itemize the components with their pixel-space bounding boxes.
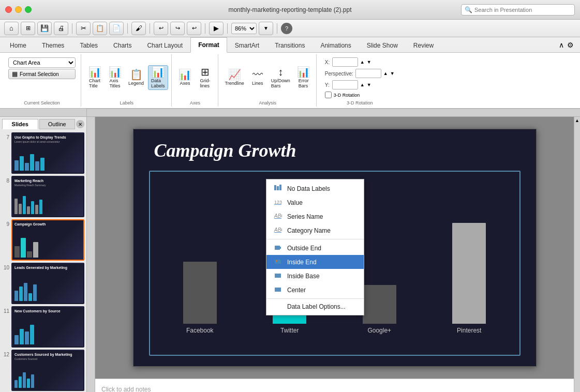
no-data-labels-icon [273, 184, 283, 193]
menu-item-outside-end-label: Outside End [287, 245, 321, 252]
cut-btn[interactable]: ✂ [76, 22, 91, 35]
search-input[interactable] [474, 7, 571, 13]
slide-thumb-12[interactable]: 12 Customers Sourced by Marketing Custom… [2, 350, 84, 391]
menu-item-data-label-options[interactable]: Data Label Options... [266, 300, 364, 313]
chart-area-select[interactable]: Chart Area [8, 57, 76, 68]
tab-themes[interactable]: Themes [34, 37, 72, 53]
maximize-button[interactable] [25, 6, 32, 13]
minimize-button[interactable] [15, 6, 22, 13]
lines-btn[interactable]: 〰 Lines [248, 68, 267, 87]
grid-btn[interactable]: ⊞ [21, 22, 35, 35]
menu-item-value[interactable]: 123 Value [266, 195, 364, 209]
format-selection-btn[interactable]: ▦ Format Selection [8, 69, 76, 79]
y-rotation-input[interactable] [332, 80, 358, 89]
menu-item-series-name[interactable]: ABC Series Name [266, 209, 364, 223]
svg-rect-11 [280, 247, 281, 249]
tab-review[interactable]: Review [406, 37, 441, 53]
axis-titles-btn[interactable]: 📊 AxisTitles [106, 66, 124, 89]
slide-img-7: Use Graphs to Display Trends Lorem ipsum… [11, 132, 84, 174]
rotation-3d-checkbox[interactable] [325, 92, 332, 98]
canvas-wrapper[interactable]: Campaign Growth Facebook [95, 117, 574, 379]
ribbon-settings-btn[interactable]: ⚙ [567, 41, 574, 49]
tab-charts[interactable]: Charts [106, 37, 139, 53]
home-btn[interactable]: ⌂ [4, 22, 19, 35]
menu-item-inside-base[interactable]: Inside Base [266, 269, 364, 283]
undo-btn[interactable]: ↩ [154, 22, 168, 35]
format-painter-btn[interactable]: 🖌 [131, 22, 146, 35]
svg-rect-7 [274, 218, 281, 219]
bar-google-plus-label: Google+ [367, 327, 391, 334]
perspective-label: Perspective: [325, 71, 353, 77]
y-stepper-down[interactable]: ▼ [367, 82, 371, 87]
tab-animations[interactable]: Animations [313, 37, 359, 53]
notes-area[interactable]: Click to add notes [95, 379, 574, 392]
analysis-buttons: 📈 Trendline 〰 Lines ↕ Up/DownBars 📊 Erro… [222, 55, 313, 99]
menu-item-no-data-labels[interactable]: No Data Labels [266, 182, 364, 195]
slide-thumb-7[interactable]: 7 Use Graphs to Display Trends Lorem ips… [2, 132, 84, 174]
axes-btn[interactable]: 📊 Axes [176, 68, 195, 87]
tab-smartart[interactable]: SmartArt [227, 37, 267, 53]
slide-thumb-9[interactable]: 9 Campaign Growth [2, 219, 84, 261]
paste-btn[interactable]: 📄 [109, 22, 124, 35]
ruler-h-marks [87, 109, 580, 116]
perspective-stepper-down[interactable]: ▼ [390, 71, 395, 76]
3d-section: X: ▲ ▼ Perspective: ▲ ▼ Y: ▲ ▼ [321, 55, 399, 99]
tab-format[interactable]: Format [190, 37, 227, 53]
canvas-main: Campaign Growth Facebook [95, 117, 574, 392]
tab-tables[interactable]: Tables [72, 37, 106, 53]
menu-item-outside-end[interactable]: Outside End [266, 241, 364, 255]
print-btn[interactable]: 🖨 [54, 22, 68, 35]
legend-btn[interactable]: 📋 Legend [126, 68, 146, 87]
center-icon [273, 285, 283, 294]
slide-img-10: Leads Generated by Marketing [11, 263, 84, 304]
data-labels-btn[interactable]: 📊 DataLabels [148, 65, 168, 90]
close-button[interactable] [5, 6, 12, 13]
perspective-input[interactable] [355, 69, 381, 78]
data-labels-dropdown: No Data Labels 123 Value ABC [266, 179, 364, 315]
slides-close-btn[interactable]: ✕ [76, 120, 84, 128]
tab-slide-show[interactable]: Slide Show [359, 37, 406, 53]
ribbon-content: Chart Area ▦ Format Selection Current Se… [0, 53, 580, 108]
error-bars-btn[interactable]: 📊 ErrorBars [294, 66, 313, 89]
x-rotation-input[interactable] [332, 57, 358, 67]
redo-btn[interactable]: ↪ [170, 22, 185, 35]
outline-tab[interactable]: Outline [39, 119, 76, 129]
tab-home[interactable]: Home [2, 37, 34, 53]
gridlines-btn[interactable]: ⊞ Grid-lines [196, 66, 215, 89]
zoom-btn[interactable]: ▼ [259, 22, 273, 35]
y-stepper-up[interactable]: ▲ [360, 82, 365, 87]
slide-thumb-10[interactable]: 10 Leads Generated by Marketing [2, 263, 84, 304]
scroll-right[interactable]: ▲ ▼ [574, 117, 580, 392]
menu-item-category-name[interactable]: ABC Category Name [266, 223, 364, 237]
svg-text:ABC: ABC [274, 227, 282, 233]
slide-num-7: 7 [2, 134, 9, 140]
undo2-btn[interactable]: ↩ [187, 22, 201, 35]
menu-item-inside-end[interactable]: Inside End [266, 255, 364, 269]
menu-item-center[interactable]: Center [266, 283, 364, 297]
tab-transitions[interactable]: Transitions [267, 37, 313, 53]
slide-thumb-11[interactable]: 11 New Customers by Source [2, 306, 84, 348]
group-label-3d-rotation: 3-D Rotation [347, 99, 373, 105]
ribbon-expand-btn[interactable]: ∧ [559, 41, 564, 49]
up-down-bars-btn[interactable]: ↕ Up/DownBars [269, 66, 293, 89]
chart-title-btn[interactable]: 📊 ChartTitle [85, 66, 104, 89]
x-stepper-down[interactable]: ▼ [367, 59, 371, 65]
search-bar[interactable]: 🔍 [461, 4, 575, 16]
slides-tab[interactable]: Slides [2, 119, 38, 129]
inside-base-icon [273, 272, 283, 280]
perspective-stepper-up[interactable]: ▲ [383, 71, 388, 76]
tab-chart-layout[interactable]: Chart Layout [139, 37, 190, 53]
scroll-up-btn[interactable]: ▲ [575, 118, 579, 123]
copy-btn[interactable]: 📋 [93, 22, 107, 35]
lines-icon: 〰 [252, 69, 263, 80]
slide-thumb-8[interactable]: 8 Marketing Reach Marketing Reach Summar… [2, 176, 84, 217]
trendline-btn[interactable]: 📈 Trendline [222, 68, 247, 87]
help-btn[interactable]: ? [281, 23, 292, 34]
lines-label: Lines [252, 81, 263, 86]
svg-rect-12 [275, 260, 281, 264]
x-stepper-up[interactable]: ▲ [360, 59, 365, 65]
present-btn[interactable]: ▶ [209, 22, 224, 35]
save-btn[interactable]: 💾 [37, 22, 52, 35]
zoom-select[interactable]: 86% [231, 23, 257, 34]
current-selection-area: Chart Area ▦ Format Selection [6, 55, 78, 81]
